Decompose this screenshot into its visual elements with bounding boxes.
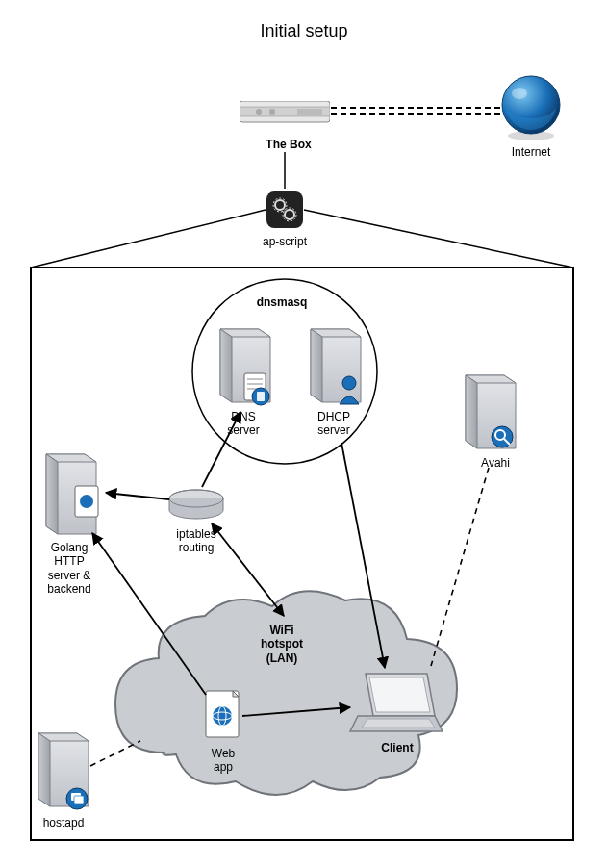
ap-script-label: ap-script [256,235,314,248]
svg-point-2 [256,109,262,115]
box-icon [240,101,330,127]
svg-rect-4 [297,109,322,115]
ap-script-icon [265,190,305,233]
iptables-label: iptables routing [169,527,223,555]
internet-label: Internet [502,145,560,159]
svg-line-57 [31,210,266,268]
diagram-canvas: Initial setup The Box Intern [0,0,607,868]
dhcp-server-label: DHCP server [310,410,358,438]
dnsmasq-label: dnsmasq [243,295,320,309]
svg-marker-34 [46,454,58,534]
svg-line-58 [304,210,573,268]
svg-rect-53 [74,796,84,804]
golang-label: Golang HTTP server & backend [38,541,100,597]
dhcp-server-icon [301,318,368,415]
svg-marker-45 [369,677,430,712]
svg-point-36 [80,495,93,508]
box-label: The Box [260,138,317,151]
dns-server-icon [211,318,278,415]
svg-marker-15 [220,329,232,402]
svg-point-3 [269,109,275,115]
svg-line-61 [106,493,169,499]
dns-server-label: DNS server [219,410,267,438]
hostapd-label: hostapd [35,816,92,830]
client-icon [348,668,444,744]
svg-point-7 [512,88,527,99]
internet-icon [496,72,566,144]
iptables-icon [166,487,226,528]
web-app-icon [202,689,244,748]
avahi-label: Avahi [471,456,519,470]
svg-rect-21 [257,392,265,401]
svg-marker-24 [311,329,322,402]
svg-point-25 [342,376,356,390]
svg-point-41 [213,706,232,726]
avahi-icon [456,364,523,461]
svg-marker-28 [466,375,477,448]
client-label: Client [373,741,421,754]
wifi-hotspot-label: WiFi hotspot (LAN) [248,624,316,665]
web-app-label: Web app [204,747,242,775]
svg-marker-50 [38,733,50,806]
golang-server-icon [37,443,114,551]
svg-marker-47 [362,719,435,728]
diagram-title: Initial setup [208,21,400,41]
hostapd-icon [29,722,96,819]
